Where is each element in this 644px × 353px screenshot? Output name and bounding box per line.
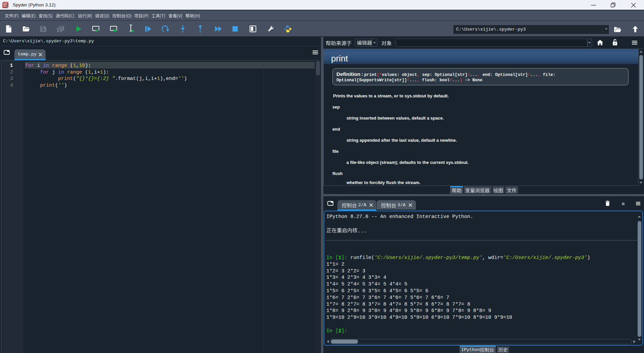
svg-text:S: S [5, 4, 8, 9]
